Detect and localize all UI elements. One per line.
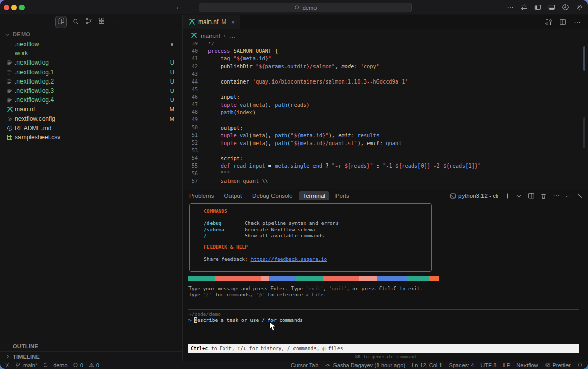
panel-tab-problems[interactable]: Problems — [189, 193, 214, 199]
split-editor-icon-button[interactable] — [528, 192, 535, 199]
more-icon[interactable] — [574, 18, 581, 26]
statusbar-bell-icon[interactable] — [577, 362, 583, 368]
tree-item--nextflow-log[interactable]: .nextflow.logU — [0, 58, 182, 67]
terminal-help-box: COMMANDS /debugCheck pipeline syntax and… — [189, 203, 432, 272]
compare-changes-icon[interactable] — [545, 18, 552, 26]
tab-label: main.nf — [198, 18, 218, 26]
panel-tab-debug-console[interactable]: Debug Console — [252, 193, 292, 199]
tree-item--nextflow-log-2[interactable]: .nextflow.log.2U — [0, 77, 182, 86]
statusbar-sasha-dagayev-1-hour-ago-[interactable]: Sasha Dagayev (1 hour ago) — [325, 362, 405, 368]
layout-swap-icon[interactable] — [520, 4, 528, 11]
panel-tab-output[interactable]: Output — [224, 193, 242, 199]
statusbar-label: Sasha Dagayev (1 hour ago) — [333, 362, 405, 368]
tree-item--nextflow-log-1[interactable]: .nextflow.log.1U — [0, 68, 182, 77]
breadcrumb-file: main.nf — [201, 33, 220, 39]
statusbar-label: main* — [23, 362, 37, 368]
code-line: 49 — [183, 116, 588, 124]
terminal-instance[interactable]: python3.12 - cli — [450, 193, 498, 199]
tree-item--nextflow-log-3[interactable]: .nextflow.log.3U — [0, 86, 182, 95]
terminal-input-hint-bar[interactable]: Ctrl+c to Exit, ↑/↓ for history, / comma… — [188, 344, 579, 353]
nextflow-icon — [191, 32, 197, 39]
outline-section[interactable]: OUTLINE — [0, 341, 182, 351]
tree-item--nextflow-log-4[interactable]: .nextflow.log.4U — [0, 95, 182, 105]
statusbar-main-[interactable]: main* — [15, 362, 37, 368]
toolbar-chevron-down-icon[interactable] — [112, 17, 117, 27]
plus-icon-button[interactable] — [504, 193, 511, 199]
more-icon[interactable] — [507, 4, 514, 11]
toolbar-search-icon[interactable] — [73, 17, 79, 27]
terminal-cwd: ~/code/demo — [188, 311, 221, 317]
tree-item-label: work — [15, 50, 28, 57]
code-line: 53 — [183, 147, 588, 154]
tree-item-main-nf[interactable]: main.nfM — [0, 105, 182, 114]
editor-scrollbar[interactable] — [583, 46, 585, 71]
statusbar-prettier[interactable]: Prettier — [545, 362, 571, 368]
panel-tab-terminal[interactable]: Terminal — [299, 191, 329, 200]
statusbar-label: UTF-8 — [480, 362, 496, 368]
terminal-icon — [450, 193, 456, 199]
split-editor-icon[interactable] — [559, 18, 566, 26]
maximize-traffic-light[interactable] — [19, 5, 25, 10]
code-line: 51 tuple val(meta), path("${meta.id}"), … — [183, 131, 588, 139]
toolbar-extensions-icon[interactable] — [98, 17, 106, 27]
statusbar-utf-8[interactable]: UTF-8 — [480, 362, 496, 368]
layout-sidebar-icon[interactable] — [534, 4, 541, 11]
explorer-folder-name: DEMO — [13, 31, 30, 37]
tree-item-samplesheet-csv[interactable]: samplesheet.csv — [0, 133, 182, 142]
command-center-search[interactable]: demo — [199, 3, 412, 12]
back-button[interactable]: ← — [175, 3, 182, 11]
layout-panel-icon[interactable] — [548, 4, 555, 11]
code-editor[interactable]: 39*/40process SALMON_QUANT {41 tag "${me… — [183, 42, 588, 189]
editor-scrollbar-decoration — [583, 117, 585, 148]
more-icon — [553, 192, 560, 199]
settings-gear-icon[interactable] — [576, 4, 583, 11]
panel-tab-ports[interactable]: Ports — [335, 193, 349, 199]
terminal-prompt[interactable]: > Describe a task or use / for commands — [188, 317, 303, 323]
statusbar-spaces-4[interactable]: Spaces: 4 — [449, 362, 474, 368]
breadcrumb[interactable]: main.nf › … — [183, 29, 588, 42]
tree-item-nextflow-config[interactable]: nextflow.configM — [0, 114, 182, 124]
toolbar-files-icon[interactable] — [55, 16, 67, 28]
tab-modified-badge: M — [221, 18, 226, 26]
chevron-up-icon-button[interactable] — [565, 193, 571, 199]
command-description: Show all available commands — [245, 233, 324, 239]
code-line: 45 — [183, 86, 588, 93]
feedback-label: Share feedback: — [204, 256, 251, 262]
tree-item--nextflow[interactable]: .nextflow — [0, 39, 182, 49]
close-icon-button[interactable] — [577, 193, 583, 199]
statusbar-cursor-tab[interactable]: Cursor Tab — [291, 362, 319, 368]
log-file-icon — [6, 97, 13, 103]
tab-main-nf[interactable]: main.nf M × — [183, 15, 240, 29]
code-line: 47 tuple val(meta), path(reads) — [183, 101, 588, 109]
explorer-section-header[interactable]: DEMO — [0, 29, 182, 39]
close-traffic-light[interactable] — [4, 5, 9, 10]
more-icon-button[interactable] — [553, 192, 560, 199]
cube-icon[interactable] — [562, 4, 569, 11]
chevron-down-icon-button[interactable] — [516, 193, 522, 199]
tree-item-label: .nextflow.log — [15, 59, 49, 66]
tree-item-README-md[interactable]: README.md — [0, 124, 182, 133]
tab-close-button[interactable]: × — [231, 19, 234, 25]
feedback-line: Share feedback: https://feedback.seqera.… — [204, 256, 327, 262]
code-line: 48 path(index) — [183, 108, 588, 116]
statusbar-ln-12-col-1[interactable]: Ln 12, Col 1 — [412, 362, 442, 368]
feedback-link[interactable]: https://feedback.seqera.io — [251, 256, 327, 262]
statusbar-demo[interactable]: demo — [53, 362, 68, 368]
modified-dot — [171, 43, 173, 46]
statusbar-remote-icon[interactable] — [4, 362, 10, 368]
minimize-traffic-light[interactable] — [11, 5, 17, 10]
statusbar-lf[interactable]: LF — [503, 362, 510, 368]
statusbar-nextflow[interactable]: Nextflow — [516, 362, 538, 368]
branch-icon — [15, 362, 21, 368]
toolbar-source-control-icon[interactable] — [85, 17, 92, 27]
sidebar-bottom-sections: OUTLINE TIMELINE — [0, 341, 182, 361]
code-line: 52 tuple val(meta), path("${meta.id}/qua… — [183, 139, 588, 147]
trash-icon-button[interactable] — [540, 193, 547, 199]
statusbar-0[interactable]: 0 — [73, 362, 83, 368]
statusbar-sync-icon[interactable] — [43, 362, 48, 368]
statusbar-0[interactable]: 0 — [89, 362, 99, 368]
code-line: 46 input: — [183, 93, 588, 101]
timeline-section[interactable]: TIMELINE — [0, 351, 182, 361]
input-hint-rest: to Exit, ↑/↓ for history, / commands, @ … — [208, 345, 343, 351]
tree-item-work[interactable]: work — [0, 49, 182, 58]
